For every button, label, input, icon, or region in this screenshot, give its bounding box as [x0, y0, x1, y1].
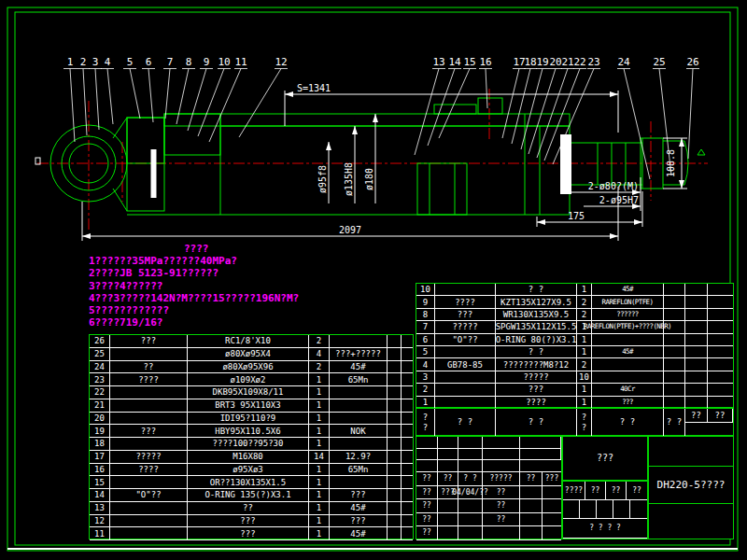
bom-cell-qty: 1	[309, 515, 330, 528]
bom-cell-qty: 2	[577, 296, 592, 308]
callout-number: 18	[524, 56, 536, 68]
header-material: ? ?	[592, 409, 664, 437]
bom-table-left: 26 ??? RC1/8'X10 2 25 ø80Xø95X4 4 ???+??…	[89, 334, 414, 539]
callout-number: 24	[617, 56, 630, 68]
bom-cell-qty: 1	[309, 476, 330, 489]
bom-cell-name: IDI95?110?9	[188, 413, 309, 426]
bom-cell-weight1	[388, 502, 402, 515]
bom-cell-weight1	[664, 397, 685, 409]
bom-cell-weight1	[388, 527, 402, 540]
sig-cell	[520, 513, 543, 527]
bom-cell-material	[330, 438, 388, 451]
bom-row: 12 ??? 1 ???	[90, 515, 413, 528]
bom-cell-qty: 10	[577, 371, 592, 384]
bom-cell-no: 11	[90, 527, 110, 540]
bom-cell-no: 25	[90, 348, 110, 361]
callout-number: 25	[653, 56, 665, 68]
bom-cell-no: 16	[90, 464, 110, 477]
stage-block: ?????????? ? ? ? ?	[562, 481, 648, 539]
bom-cell-weight2	[685, 384, 708, 396]
callout-number: 20	[549, 56, 561, 68]
bom-cell-code	[110, 476, 188, 489]
bom-cell-code	[110, 386, 188, 399]
bom-cell-code	[110, 438, 188, 451]
bom-cell-no: 15	[90, 476, 110, 489]
revision-header-cell: ??	[520, 472, 543, 486]
bom-cell-remark	[708, 334, 733, 346]
bom-cell-weight1	[388, 476, 402, 489]
bom-cell-name: ø80Xø95X96	[188, 361, 309, 374]
bom-cell-remark	[708, 384, 733, 396]
bom-cell-code	[435, 397, 496, 409]
bom-cell-no: 1	[416, 397, 435, 409]
bom-cell-name: OR??130X135X1.5	[188, 476, 309, 489]
revision-header-cell: ? ?	[458, 472, 483, 486]
stage-row: ??????????	[563, 482, 647, 500]
bom-cell-code: ???	[110, 335, 188, 348]
bom-cell-code: "O"??	[110, 489, 188, 502]
bom-cell-code: ?????	[435, 321, 496, 333]
bom-row: 3 ????? 10	[416, 371, 733, 384]
callout-number: 22	[573, 56, 585, 68]
bom-cell-material: ???	[330, 515, 388, 528]
bom-cell-no: 12	[90, 515, 110, 528]
bom-cell-code: GB78-85	[435, 358, 496, 371]
bom-cell-weight2	[402, 527, 413, 540]
bom-cell-qty: 1	[309, 489, 330, 502]
bom-cell-name: ????100??95?30	[188, 438, 309, 451]
bom-cell-code	[110, 413, 188, 426]
bom-cell-weight1	[388, 489, 402, 502]
callout-number: 19	[536, 56, 548, 68]
dim-pin-holes: 2-ø80?(M)	[588, 181, 639, 191]
dim-overall-length: 2097	[339, 225, 361, 235]
cad-screenshot: { "colors":{"line":"#00e800","table_bord…	[0, 0, 747, 560]
leader-line	[688, 69, 693, 160]
signature-rows: ?? ??? 04/04/?? ?? ?? ??	[416, 486, 561, 540]
sig-cell	[520, 499, 543, 513]
bom-cell-name: HBY95X110.5X6	[188, 425, 309, 438]
sig-cell: ??	[483, 513, 520, 527]
sig-cell: ??	[416, 486, 438, 500]
bom-cell-qty: 1	[577, 346, 592, 358]
bom-cell-qty: 1	[309, 464, 330, 477]
bom-cell-remark	[708, 346, 733, 358]
bom-cell-material: ???	[330, 489, 388, 502]
bom-cell-no: 14	[90, 489, 110, 502]
bom-cell-code	[110, 348, 188, 361]
leader-line	[415, 69, 439, 156]
sig-cell	[543, 526, 561, 540]
revision-header-cell: ???	[543, 472, 561, 486]
bom-row: 8 ??? WR130X135X9.5 2 ??????	[416, 309, 733, 321]
drawing-no-block: DH220-5????	[648, 436, 734, 539]
bom-cell-code: ????	[110, 373, 188, 386]
bom-cell-material	[592, 334, 664, 346]
note-line: 2????JB 5123-91??????	[89, 267, 369, 279]
bom-cell-remark	[708, 321, 733, 333]
bom-cell-no: 22	[90, 386, 110, 399]
bom-cell-weight2	[402, 476, 413, 489]
leader-line	[165, 69, 170, 119]
bom-cell-weight2	[685, 296, 708, 308]
bom-cell-no: 26	[90, 335, 110, 348]
bom-cell-code	[435, 284, 496, 296]
bom-header: ? ? ? ? ? ? ? ? ? ? ?? ?? ? ? ? ?	[416, 408, 734, 436]
leader-line	[70, 69, 75, 143]
bom-cell-weight1	[664, 309, 685, 321]
dim-head-length: 175	[568, 211, 585, 221]
sig-cell	[543, 486, 561, 500]
leader-line	[176, 69, 189, 125]
sig-cell	[520, 486, 543, 500]
rear-clevis-eye	[35, 118, 127, 211]
bom-cell-weight2	[402, 335, 413, 348]
bom-cell-code	[110, 527, 188, 540]
bom-row: 7 ????? SPGW135X112X15.5 1 RAREFLON(PTFE…	[416, 321, 733, 333]
bom-cell-material: RAREFLON(PTFE)	[592, 296, 664, 308]
bom-cell-qty: 4	[309, 348, 330, 361]
bom-cell-no: 13	[90, 502, 110, 515]
sig-cell-date	[458, 499, 483, 513]
bom-cell-material	[330, 476, 388, 489]
header-remark: ? ?	[664, 409, 685, 437]
bom-cell-no: 18	[90, 438, 110, 451]
sig-cell	[438, 513, 458, 527]
bom-row: 24 ?? ø80Xø95X96 2 45#	[90, 361, 413, 374]
